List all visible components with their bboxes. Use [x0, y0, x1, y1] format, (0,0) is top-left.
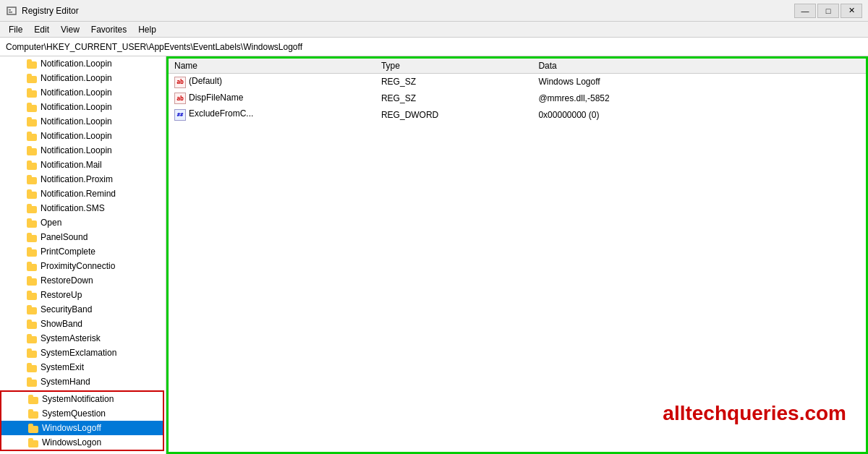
folder-icon [26, 130, 38, 142]
svg-rect-1 [9, 9, 11, 11]
folder-icon [26, 145, 38, 156]
tree-item[interactable]: PanelSound [0, 230, 166, 244]
folder-icon [26, 217, 38, 228]
data-panel: Name Type Data ab(Default)REG_SZWindows … [166, 56, 868, 454]
reg-ab-icon: ab [174, 93, 186, 104]
tree-item[interactable]: Notification.Mail [0, 158, 166, 172]
reg-dword-icon: ## [174, 109, 186, 121]
expand-arrow [17, 305, 26, 314]
tree-item-label: SecurityBand [41, 304, 92, 314]
folder-icon [27, 437, 39, 448]
tree-item-label: Notification.Loopin [41, 145, 112, 155]
tree-item[interactable]: SystemHand [0, 374, 166, 389]
close-button[interactable]: ✕ [841, 4, 862, 18]
tree-item[interactable]: SystemNotification [1, 392, 163, 406]
expand-arrow [19, 424, 27, 432]
table-row[interactable]: ##ExcludeFromC...REG_DWORD0x00000000 (0) [169, 106, 866, 123]
menu-file[interactable]: File [3, 23, 28, 36]
tree-item[interactable]: PrintComplete [0, 244, 166, 259]
folder-icon [26, 376, 38, 387]
folder-icon [26, 159, 38, 171]
address-path: Computer\HKEY_CURRENT_USER\AppEvents\Eve… [6, 42, 302, 52]
tree-item[interactable]: WindowsLogon [1, 435, 163, 450]
cell-data: 0x00000000 (0) [532, 106, 721, 123]
tree-item[interactable]: Notification.Loopin [0, 71, 166, 85]
expand-arrow [17, 146, 26, 155]
tree-item-label: Notification.Loopin [41, 73, 112, 83]
tree-item[interactable]: Notification.Loopin [0, 100, 166, 114]
entry-name: DispFileName [189, 93, 243, 103]
tree-item[interactable]: Notification.Loopin [0, 129, 166, 143]
tree-item[interactable]: RestoreDown [0, 273, 166, 288]
tree-item[interactable]: Notification.Proxim [0, 172, 166, 187]
folder-icon [26, 202, 38, 214]
menu-view[interactable]: View [55, 23, 85, 36]
title-controls: — □ ✕ [794, 4, 862, 18]
tree-panel[interactable]: Notification.LoopinNotification.LoopinNo… [0, 56, 166, 454]
tree-item-label: WindowsLogoff [42, 423, 101, 433]
tree-item[interactable]: Notification.Remind [0, 187, 166, 201]
window-title: Registry Editor [22, 6, 79, 16]
tree-item[interactable]: Open [0, 215, 166, 230]
table-row[interactable]: ab(Default)REG_SZWindows Logoff [169, 74, 866, 90]
tree-item[interactable]: ShowBand [0, 317, 166, 331]
tree-item[interactable]: SystemExit [0, 360, 166, 374]
tree-item[interactable]: SecurityBand [0, 302, 166, 317]
expand-arrow [17, 363, 26, 372]
tree-item-label: SystemHand [41, 377, 90, 387]
expand-arrow [17, 262, 26, 270]
folder-icon [27, 393, 39, 405]
folder-icon [26, 361, 38, 373]
cell-extra [721, 74, 866, 90]
folder-icon [26, 246, 38, 257]
expand-arrow [17, 189, 26, 198]
tree-item-label: Notification.SMS [41, 203, 105, 213]
tree-item[interactable]: RestoreUp [0, 288, 166, 302]
table-row[interactable]: abDispFileNameREG_SZ@mmres.dll,-5852 [169, 90, 866, 107]
expand-arrow [17, 276, 26, 285]
tree-item[interactable]: SystemExclamation [0, 346, 166, 360]
folder-icon [26, 116, 38, 127]
tree-item-label: Notification.Loopin [41, 59, 112, 69]
folder-icon [26, 275, 38, 286]
folder-icon [26, 101, 38, 113]
maximize-button[interactable]: □ [817, 4, 839, 18]
folder-icon [26, 174, 38, 185]
tree-item[interactable]: Notification.Loopin [0, 85, 166, 100]
watermark: alltechqueries.com [663, 402, 846, 425]
svg-rect-0 [7, 7, 16, 14]
expand-arrow [17, 175, 26, 184]
tree-item[interactable]: Notification.SMS [0, 201, 166, 215]
tree-item-label: RestoreDown [41, 275, 93, 286]
registry-icon [6, 5, 17, 17]
tree-item[interactable]: SystemQuestion [1, 406, 163, 421]
tree-item[interactable]: Notification.Loopin [0, 114, 166, 129]
folder-icon [26, 72, 38, 84]
tree-item-label: SystemExit [41, 362, 84, 372]
menu-favorites[interactable]: Favorites [85, 23, 132, 36]
cell-extra [721, 90, 866, 107]
tree-item-label: ProximityConnectio [41, 261, 115, 271]
folder-icon [27, 422, 39, 434]
menu-help[interactable]: Help [132, 23, 162, 36]
expand-arrow [17, 233, 26, 241]
tree-item[interactable]: Notification.Loopin [0, 143, 166, 158]
menu-edit[interactable]: Edit [28, 23, 55, 36]
cell-extra [721, 106, 866, 123]
reg-ab-icon: ab [174, 77, 186, 88]
cell-name: ##ExcludeFromC... [169, 106, 375, 123]
expand-arrow [17, 247, 26, 256]
folder-icon [27, 408, 39, 419]
expand-arrow [17, 218, 26, 227]
tree-item[interactable]: WindowsLogoff [1, 421, 163, 435]
cell-type: REG_SZ [375, 74, 532, 90]
tree-item[interactable]: Notification.Loopin [0, 56, 166, 71]
expand-arrow [19, 438, 27, 447]
cell-name: ab(Default) [169, 74, 375, 90]
tree-item[interactable]: ProximityConnectio [0, 259, 166, 273]
tree-item-label: ShowBand [41, 319, 82, 329]
tree-item[interactable]: SystemAsterisk [0, 331, 166, 346]
col-extra [721, 59, 866, 74]
tree-item-label: Notification.Loopin [41, 87, 112, 98]
minimize-button[interactable]: — [794, 4, 816, 18]
